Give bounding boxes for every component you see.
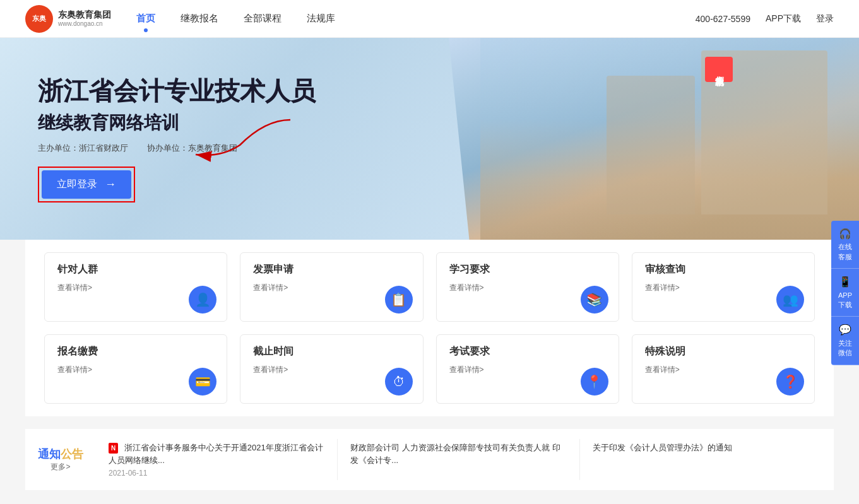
hero-title-sub: 继续教育网络培训: [38, 111, 316, 135]
card-study-req[interactable]: 学习要求 查看详情> 📚: [436, 252, 619, 322]
cards-section: 针对人群 查看详情> 👤 发票申请 查看详情> 📋 学习要求 查看详情> 📚 审…: [25, 240, 834, 416]
wechat-icon: 💬: [834, 323, 856, 337]
headphone-icon: 🎧: [834, 227, 856, 241]
app-download-link[interactable]: APP下载: [766, 13, 801, 25]
card-target-title: 针对人群: [57, 263, 214, 276]
notice-label-text: 通知公告: [38, 447, 83, 462]
card-audit-title: 审核查询: [645, 263, 802, 276]
logo-main-name: 东奥教育集团: [58, 9, 111, 20]
nav-item-jiujiao[interactable]: 继教报名: [181, 10, 218, 27]
logo-icon: [25, 5, 53, 33]
notice-more-link[interactable]: 更多>: [50, 462, 70, 472]
hero-sponsors: 主办单位：浙江省财政厅 协办单位：东奥教育集团: [38, 143, 316, 154]
sponsor1: 主办单位：浙江省财政厅: [38, 143, 128, 154]
card-exam-icon: 📍: [581, 368, 608, 396]
card-invoice[interactable]: 发票申请 查看详情> 📋: [240, 252, 423, 322]
card-invoice-title: 发票申请: [253, 263, 410, 276]
phone-icon: 📱: [834, 275, 856, 289]
notice-date-0: 2021-06-11: [109, 469, 324, 478]
sidebar-app-label: APP下载: [838, 291, 852, 308]
card-invoice-link[interactable]: 查看详情>: [253, 283, 410, 293]
hero-title-main: 浙江省会计专业技术人员: [38, 76, 316, 106]
right-sidebar: 🎧 在线客服 📱 APP下载 💬 关注微信: [831, 221, 859, 365]
sidebar-wechat-label: 关注微信: [838, 339, 852, 356]
card-study-title: 学习要求: [449, 263, 606, 276]
card-audit[interactable]: 审核查询 查看详情> 👥: [632, 252, 815, 322]
card-special-title: 特殊说明: [645, 345, 802, 358]
notices-section: 通知公告 更多> N 浙江省会计事务服务中心关于开通2021年度浙江省会计人员网…: [25, 429, 834, 490]
sidebar-app-download[interactable]: 📱 APP下载: [831, 269, 859, 317]
hero-banner: 新人领家礼 浙江省会计专业技术人员 继续教育网络培训 主办单位：浙江省财政厅 协…: [0, 38, 859, 240]
card-special-icon: ❓: [776, 368, 804, 396]
card-registration[interactable]: 报名缴费 查看详情> 💳: [44, 334, 227, 404]
hero-content: 浙江省会计专业技术人员 继续教育网络培训 主办单位：浙江省财政厅 协办单位：东奥…: [0, 76, 353, 202]
nav-item-law[interactable]: 法规库: [307, 10, 335, 27]
card-deadline-title: 截止时间: [253, 345, 410, 358]
logo-area: 东奥教育集团 www.dongao.cn: [25, 5, 111, 33]
card-study-icon: 📚: [581, 286, 608, 314]
notice-item-2[interactable]: 关于印发《会计人员管理办法》的通知: [579, 439, 821, 480]
card-reg-icon: 💳: [189, 368, 216, 396]
sponsor2: 协办单位：东奥教育集团: [147, 143, 237, 154]
notice-label-area: 通知公告 更多>: [38, 439, 83, 480]
notice-zhi: 公告: [61, 448, 83, 460]
building-decoration-2: [607, 76, 695, 214]
card-exam-title: 考试要求: [449, 345, 606, 358]
notice-text-2: 关于印发《会计人员管理办法》的通知: [593, 443, 732, 452]
main-content: 针对人群 查看详情> 👤 发票申请 查看详情> 📋 学习要求 查看详情> 📚 审…: [0, 240, 859, 503]
notice-title-0: N 浙江省会计事务服务中心关于开通2021年度浙江省会计人员网络继续...: [109, 442, 324, 466]
notice-item-0[interactable]: N 浙江省会计事务服务中心关于开通2021年度浙江省会计人员网络继续... 20…: [96, 439, 337, 480]
notice-item-1[interactable]: 财政部会计司 人力资源社会保障部专技司有关负责人就 印发《会计专...: [337, 439, 579, 480]
logo-sub-name: www.dongao.cn: [58, 20, 111, 28]
login-link[interactable]: 登录: [816, 13, 834, 25]
nav-item-home[interactable]: 首页: [136, 10, 155, 27]
cards-grid: 针对人群 查看详情> 👤 发票申请 查看详情> 📋 学习要求 查看详情> 📚 审…: [44, 252, 815, 404]
card-reg-title: 报名缴费: [57, 345, 214, 358]
header-right: 400-627-5599 APP下载 登录: [696, 13, 834, 25]
card-audit-icon: 👥: [776, 286, 804, 314]
notice-text-0: 浙江省会计事务服务中心关于开通2021年度浙江省会计人员网络继续...: [109, 443, 323, 465]
notice-title-1: 财政部会计司 人力资源社会保障部专技司有关负责人就 印发《会计专...: [350, 442, 566, 466]
arrow-icon: →: [105, 178, 116, 191]
card-deadline-link[interactable]: 查看详情>: [253, 365, 410, 375]
notice-tong: 通知: [38, 448, 61, 460]
header: 东奥教育集团 www.dongao.cn 首页 继教报名 全部课程 法规库 40…: [0, 0, 859, 38]
card-exam-req[interactable]: 考试要求 查看详情> 📍: [436, 334, 619, 404]
main-nav: 首页 继教报名 全部课程 法规库: [136, 10, 696, 27]
notice-title-2: 关于印发《会计人员管理办法》的通知: [593, 442, 809, 454]
sidebar-online-service[interactable]: 🎧 在线客服: [831, 221, 859, 269]
card-invoice-icon: 📋: [385, 286, 413, 314]
notice-text-1: 财政部会计司 人力资源社会保障部专技司有关负责人就 印发《会计专...: [350, 443, 560, 465]
notice-badge-0: N: [109, 443, 118, 454]
login-button-label: 立即登录: [57, 178, 97, 191]
logo-text: 东奥教育集团 www.dongao.cn: [58, 9, 111, 28]
card-special-notes[interactable]: 特殊说明 查看详情> ❓: [632, 334, 815, 404]
new-user-badge: 新人领家礼: [705, 57, 733, 82]
login-button[interactable]: 立即登录 →: [42, 170, 131, 199]
card-target-icon: 👤: [189, 286, 216, 314]
sidebar-wechat[interactable]: 💬 关注微信: [831, 317, 859, 365]
card-target-audience[interactable]: 针对人群 查看详情> 👤: [44, 252, 227, 322]
card-deadline-icon: ⏱: [385, 368, 413, 396]
card-deadline[interactable]: 截止时间 查看详情> ⏱: [240, 334, 423, 404]
notice-items-list: N 浙江省会计事务服务中心关于开通2021年度浙江省会计人员网络继续... 20…: [96, 439, 821, 480]
sidebar-service-label: 在线客服: [838, 243, 852, 260]
nav-item-courses[interactable]: 全部课程: [244, 10, 281, 27]
phone-number: 400-627-5599: [696, 14, 750, 24]
login-box: 立即登录 →: [38, 167, 135, 202]
